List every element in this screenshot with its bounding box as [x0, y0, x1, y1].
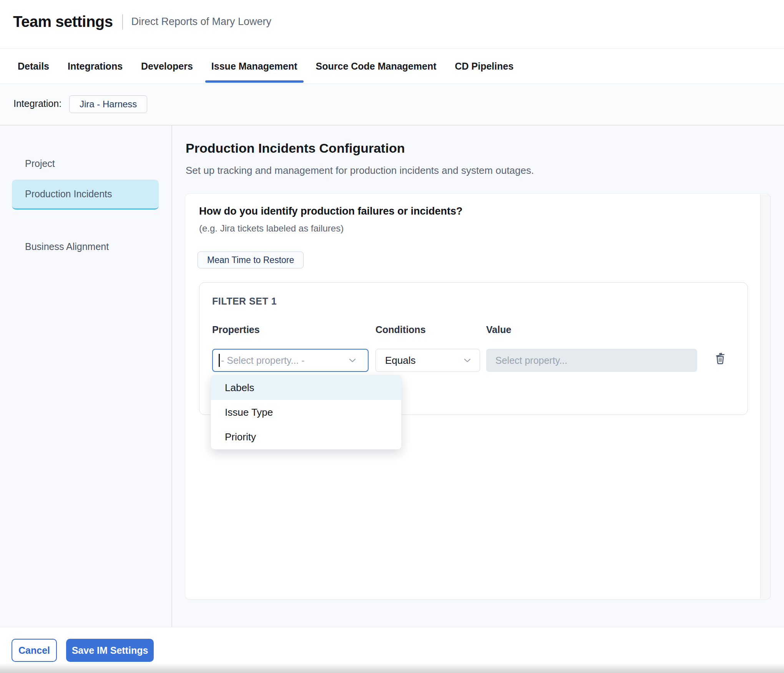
delete-filter-row-button[interactable]: [712, 350, 729, 366]
tab-developers[interactable]: Developers: [135, 49, 199, 84]
dropdown-option-priority[interactable]: Priority: [211, 425, 401, 449]
column-header-properties: Properties: [212, 324, 260, 335]
metric-tab-mean-time-to-restore[interactable]: Mean Time to Restore: [198, 252, 304, 268]
sidebar-item-business-alignment[interactable]: Business Alignment: [12, 232, 159, 262]
condition-select-value: Equals: [385, 355, 416, 366]
column-header-conditions: Conditions: [375, 324, 426, 335]
sidebar-item-production-incidents[interactable]: Production Incidents: [12, 180, 159, 210]
page-title: Team settings: [13, 13, 113, 30]
integration-chip[interactable]: Jira - Harness: [69, 95, 147, 113]
chevron-down-icon: [462, 355, 473, 366]
save-im-settings-button[interactable]: Save IM Settings: [66, 639, 154, 662]
title-row: Team settings Direct Reports of Mary Low…: [13, 13, 271, 30]
cancel-button[interactable]: Cancel: [12, 639, 57, 662]
tab-bar: Details Integrations Developers Issue Ma…: [0, 49, 784, 84]
sidebar-item-project[interactable]: Project: [12, 148, 159, 178]
chevron-down-icon: [347, 355, 358, 366]
app-header: Team settings Direct Reports of Mary Low…: [0, 0, 784, 49]
page: Team settings Direct Reports of Mary Low…: [0, 0, 784, 673]
footer-bar: Cancel Save IM Settings: [0, 627, 784, 673]
section-subtitle: Set up tracking and management for produ…: [186, 165, 534, 177]
page-subtitle: Direct Reports of Mary Lowery: [131, 16, 272, 28]
card-scrollbar[interactable]: [760, 194, 771, 599]
trash-icon: [713, 350, 728, 366]
tab-details[interactable]: Details: [12, 49, 55, 84]
filter-set-title: FILTER SET 1: [212, 296, 277, 307]
config-hint: (e.g. Jira tickets labeled as failures): [199, 223, 344, 234]
integration-label: Integration:: [13, 98, 61, 109]
tab-cd-pipelines[interactable]: CD Pipelines: [449, 49, 520, 84]
condition-select[interactable]: Equals: [375, 349, 480, 372]
property-select[interactable]: - Select property... -: [212, 349, 369, 372]
settings-sidebar: Project Production Incidents Business Al…: [0, 125, 172, 627]
integration-row: Integration: Jira - Harness: [0, 84, 784, 125]
tab-integrations[interactable]: Integrations: [61, 49, 129, 84]
column-header-value: Value: [486, 324, 511, 335]
title-separator: [122, 14, 123, 30]
config-question: How do you identify production failures …: [199, 205, 463, 217]
tab-source-code-management[interactable]: Source Code Management: [310, 49, 443, 84]
text-cursor: [219, 354, 220, 367]
section-title: Production Incidents Configuration: [186, 141, 405, 156]
value-input[interactable]: [486, 349, 697, 372]
property-select-placeholder: - Select property... -: [221, 355, 305, 366]
property-dropdown: Labels Issue Type Priority: [211, 375, 402, 450]
sidebar-divider: [171, 125, 172, 627]
dropdown-option-labels[interactable]: Labels: [211, 375, 401, 400]
dropdown-option-issue-type[interactable]: Issue Type: [211, 400, 401, 425]
tab-issue-management[interactable]: Issue Management: [205, 49, 304, 84]
